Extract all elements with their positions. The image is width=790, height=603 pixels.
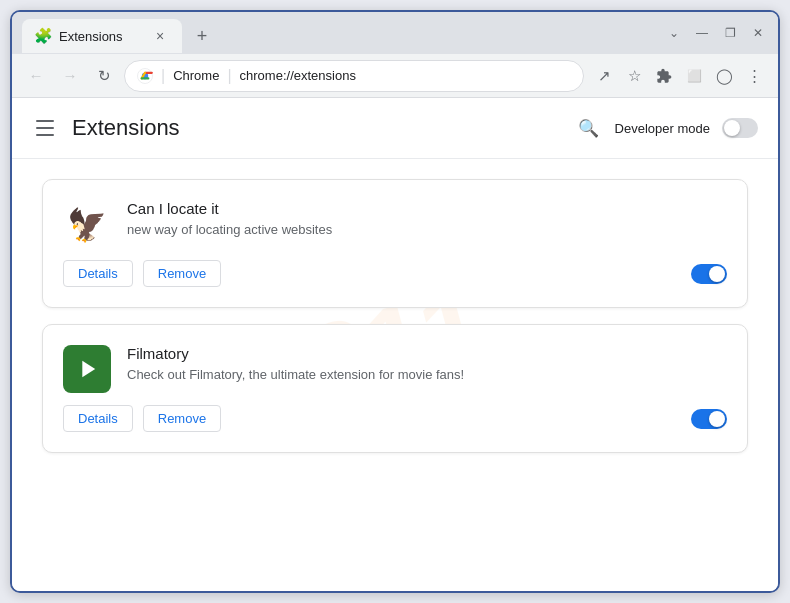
locate-it-icon: 🦅 (63, 200, 111, 248)
remove-button-1[interactable]: Remove (143, 405, 221, 432)
menu-line-1 (36, 120, 54, 122)
details-button-0[interactable]: Details (63, 260, 133, 287)
extension-bottom-1: Details Remove (63, 405, 727, 432)
extension-toggle-0[interactable] (691, 264, 727, 284)
extensions-tab-icon: 🧩 (34, 27, 53, 45)
puzzle-icon (656, 68, 672, 84)
extension-info-1: Filmatory Check out Filmatory, the ultim… (127, 345, 727, 384)
browser-tab[interactable]: 🧩 Extensions × (22, 19, 182, 53)
nav-icons: ↗ ☆ ⬜ ◯ ⋮ (590, 62, 768, 90)
extension-toggle-1[interactable] (691, 409, 727, 429)
search-button[interactable]: 🔍 (575, 114, 603, 142)
toggle-on-knob-1 (709, 411, 725, 427)
page-content: 911 Extensions 🔍 Developer mode (12, 98, 778, 591)
dropdown-button[interactable]: ⌄ (664, 23, 684, 43)
svg-text:🦅: 🦅 (67, 206, 107, 244)
title-bar: 🧩 Extensions × + ⌄ — ❐ ✕ (12, 12, 778, 54)
address-divider-2: | (227, 67, 231, 85)
extension-bottom-0: Details Remove (63, 260, 727, 287)
extension-desc-1: Check out Filmatory, the ultimate extens… (127, 366, 727, 384)
chrome-logo-icon (137, 68, 153, 84)
extensions-button[interactable] (650, 62, 678, 90)
extension-desc-0: new way of locating active websites (127, 221, 727, 239)
address-divider: | (161, 67, 165, 85)
tab-close-button[interactable]: × (150, 26, 170, 46)
extensions-header: Extensions 🔍 Developer mode (12, 98, 778, 159)
tab-title: Extensions (59, 29, 123, 44)
address-bar[interactable]: | Chrome | chrome://extensions (124, 60, 584, 92)
close-button[interactable]: ✕ (748, 23, 768, 43)
remove-button-0[interactable]: Remove (143, 260, 221, 287)
new-tab-button[interactable]: + (188, 22, 216, 50)
chrome-label: Chrome (173, 68, 219, 83)
tab-button[interactable]: ⬜ (680, 62, 708, 90)
menu-line-3 (36, 134, 54, 136)
more-button[interactable]: ⋮ (740, 62, 768, 90)
extension-info-0: Can I locate it new way of locating acti… (127, 200, 727, 239)
page-title: Extensions (72, 115, 180, 141)
menu-button[interactable] (32, 112, 64, 144)
forward-button[interactable]: → (56, 62, 84, 90)
profile-button[interactable]: ◯ (710, 62, 738, 90)
extension-icon-1 (63, 345, 111, 393)
back-button[interactable]: ← (22, 62, 50, 90)
extension-card-0: 🦅 Can I locate it new way of locating ac… (42, 179, 748, 308)
extension-card-1: Filmatory Check out Filmatory, the ultim… (42, 324, 748, 453)
restore-button[interactable]: ❐ (720, 23, 740, 43)
extension-icon-0: 🦅 (63, 200, 111, 248)
play-icon (73, 355, 101, 383)
window-controls: ⌄ — ❐ ✕ (664, 23, 768, 49)
extension-name-0: Can I locate it (127, 200, 727, 217)
extension-top-1: Filmatory Check out Filmatory, the ultim… (63, 345, 727, 393)
toggle-on-knob-0 (709, 266, 725, 282)
browser-window: 🧩 Extensions × + ⌄ — ❐ ✕ ← → ↻ | Chrome (10, 10, 780, 593)
minimize-button[interactable]: — (692, 23, 712, 43)
developer-mode-label: Developer mode (615, 121, 710, 136)
menu-line-2 (36, 127, 54, 129)
nav-bar: ← → ↻ | Chrome | chrome://extensions ↗ ☆ (12, 54, 778, 98)
extensions-list: 🦅 Can I locate it new way of locating ac… (12, 159, 778, 473)
header-right: 🔍 Developer mode (575, 114, 758, 142)
refresh-button[interactable]: ↻ (90, 62, 118, 90)
bookmark-button[interactable]: ☆ (620, 62, 648, 90)
share-button[interactable]: ↗ (590, 62, 618, 90)
extension-top-0: 🦅 Can I locate it new way of locating ac… (63, 200, 727, 248)
extension-name-1: Filmatory (127, 345, 727, 362)
developer-mode-toggle[interactable] (722, 118, 758, 138)
address-text: chrome://extensions (240, 68, 356, 83)
toggle-knob (724, 120, 740, 136)
details-button-1[interactable]: Details (63, 405, 133, 432)
